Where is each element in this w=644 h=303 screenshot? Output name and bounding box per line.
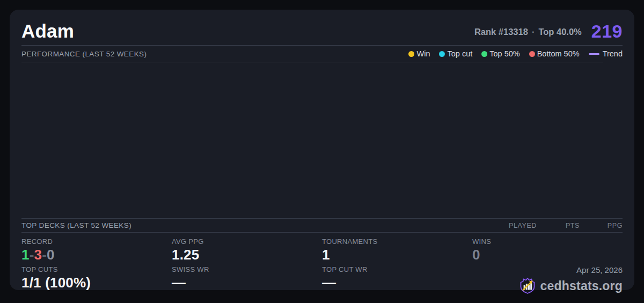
trend-line-icon [589, 53, 599, 55]
player-score: 219 [591, 23, 623, 40]
top-decks-header-row: TOP DECKS (LAST 52 WEEKS) PLAYED PTS PPG [21, 219, 623, 233]
top-50-dot-icon [481, 51, 487, 57]
card-header: Adam Rank #13318·Top 40.0% 219 [21, 10, 623, 46]
rank-summary: Rank #13318·Top 40.0% 219 [474, 23, 623, 40]
record-separator: - [42, 247, 47, 263]
rank-text: Rank #13318·Top 40.0% [474, 25, 582, 38]
performance-header-row: PERFORMANCE (LAST 52 WEEKS) Win Top cut … [21, 46, 623, 62]
stat-top-cuts: TOP CUTS 1/1 (100%) [21, 265, 172, 293]
stat-top-cut-wr: TOP CUT WR — [322, 265, 472, 293]
legend-item-top-cut: Top cut [439, 49, 472, 58]
stats-grid: RECORD 1-3-0 AVG PPG 1.25 TOURNAMENTS 1 … [21, 233, 623, 293]
brand-text[interactable]: cedhstats.org [540, 279, 623, 293]
player-stats-card: Adam Rank #13318·Top 40.0% 219 PERFORMAN… [10, 10, 634, 290]
stat-label: SWISS WR [172, 265, 322, 273]
rank-separator-dot: · [532, 27, 535, 37]
legend-label: Trend [603, 49, 623, 58]
record-separator: - [30, 247, 34, 263]
stat-label: TOP CUTS [21, 265, 172, 273]
stat-label: RECORD [21, 237, 172, 246]
stat-value: 0 [472, 247, 623, 262]
stat-tournaments: TOURNAMENTS 1 [322, 237, 472, 265]
record-losses: 3 [34, 247, 42, 263]
record-wins: 1 [21, 247, 30, 263]
player-name: Adam [21, 21, 74, 41]
stat-value: 1.25 [172, 247, 322, 262]
win-dot-icon [408, 51, 414, 57]
record-value: 1-3-0 [21, 247, 172, 262]
stat-value: — [322, 275, 472, 290]
stat-value: 1 [322, 247, 472, 262]
legend-label: Top cut [447, 49, 472, 58]
legend-label: Bottom 50% [537, 49, 580, 58]
card-footer: Apr 25, 2026 cedhstats.org [472, 265, 623, 293]
top-cut-dot-icon [439, 51, 445, 57]
stat-value: — [172, 275, 322, 290]
stat-swiss-wr: SWISS WR — [172, 265, 322, 293]
legend-item-bottom-50: Bottom 50% [529, 49, 580, 58]
stat-label: WINS [472, 237, 623, 246]
rank-label: Rank #13318 [474, 27, 528, 37]
stat-avg-ppg: AVG PPG 1.25 [172, 237, 322, 265]
top-decks-column-headers: PLAYED PTS PPG [494, 222, 623, 229]
cedhstats-shield-logo-icon [519, 277, 536, 294]
stat-label: AVG PPG [172, 237, 322, 246]
bottom-50-dot-icon [529, 51, 535, 57]
legend-item-top-50: Top 50% [481, 49, 519, 58]
stat-record: RECORD 1-3-0 [21, 237, 172, 265]
column-header-ppg: PPG [580, 222, 623, 229]
stat-value: 1/1 (100%) [21, 275, 172, 290]
top-decks-section-title: TOP DECKS (LAST 52 WEEKS) [21, 221, 131, 229]
legend-item-win: Win [408, 49, 430, 58]
legend-item-trend: Trend [589, 49, 623, 58]
performance-chart [21, 62, 623, 219]
legend-label: Win [416, 49, 430, 58]
brand[interactable]: cedhstats.org [519, 277, 623, 294]
stat-wins: WINS 0 [472, 237, 623, 265]
legend-label: Top 50% [489, 49, 519, 58]
column-header-pts: PTS [537, 222, 580, 229]
performance-section-title: PERFORMANCE (LAST 52 WEEKS) [21, 50, 147, 58]
record-draws: 0 [47, 247, 55, 263]
date-label: Apr 25, 2026 [576, 265, 623, 275]
chart-legend: Win Top cut Top 50% Bottom 50% Trend [408, 49, 623, 58]
column-header-played: PLAYED [494, 222, 537, 229]
top-percent-label: Top 40.0% [538, 27, 581, 37]
stat-label: TOURNAMENTS [322, 237, 472, 246]
stat-label: TOP CUT WR [322, 265, 472, 273]
